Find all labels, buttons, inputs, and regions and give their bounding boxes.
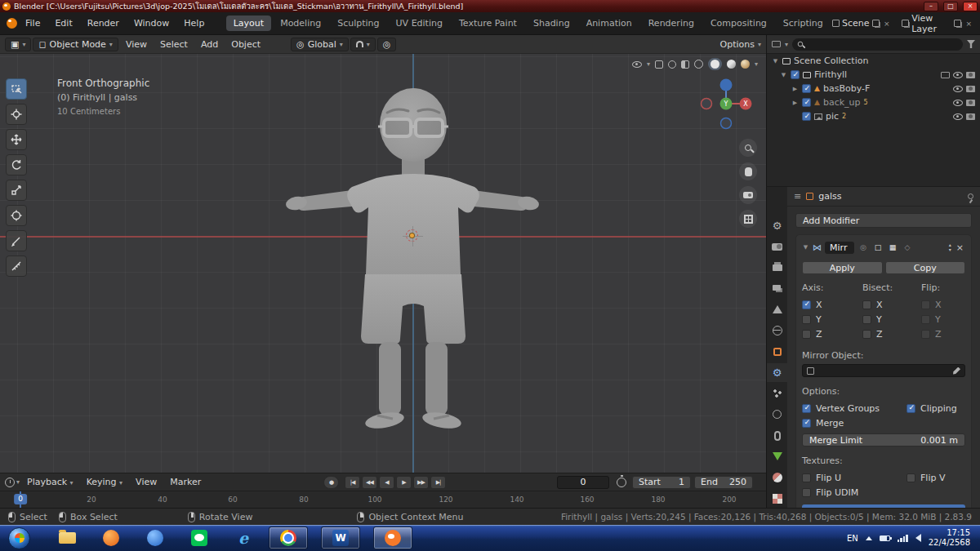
eye-icon[interactable] (953, 113, 963, 120)
auto-keying-icon[interactable] (617, 478, 626, 487)
menu-playback[interactable]: Playback ▾ (21, 475, 79, 489)
snap-toggle[interactable]: ▾ (350, 38, 376, 51)
jump-to-end-button[interactable]: ▶| (430, 476, 446, 489)
tray-expand-icon[interactable] (866, 536, 872, 540)
mode-dropdown[interactable]: ◻ Object Mode ▾ (33, 38, 118, 51)
language-indicator[interactable]: EN (847, 534, 858, 543)
network-icon[interactable] (898, 535, 908, 542)
object-checkbox[interactable] (802, 112, 811, 121)
props-tab-view-layer[interactable] (767, 279, 787, 298)
taskbar-file-explorer[interactable] (55, 527, 79, 549)
select-box-tool[interactable] (6, 78, 27, 100)
menu-render[interactable]: Render (81, 16, 126, 31)
object-checkbox[interactable] (802, 98, 811, 107)
axis-z-checkbox[interactable]: Z (802, 327, 862, 341)
frame-end-field[interactable]: End 250 (694, 476, 753, 489)
camera-render-icon[interactable] (966, 72, 975, 78)
timeline-editor-icon[interactable] (5, 478, 15, 487)
workspace-tab-shading[interactable]: Shading (526, 16, 577, 31)
jump-to-start-button[interactable]: |◀ (345, 476, 360, 489)
transform-orientation-dropdown[interactable]: ◎ Global ▾ (291, 38, 349, 51)
new-view-layer-icon[interactable] (954, 20, 961, 27)
cursor-tool[interactable] (6, 104, 27, 125)
character-model[interactable] (265, 86, 559, 437)
outliner-row-pic[interactable]: pic 2 (767, 109, 980, 123)
pin-icon[interactable] (968, 193, 973, 199)
props-tab-constraints[interactable] (767, 426, 787, 445)
toggle-editmode-icon[interactable]: ▦ (887, 242, 898, 253)
outliner-row-scene-collection[interactable]: ▼ Scene Collection (767, 54, 980, 68)
maximize-button[interactable]: □ (943, 2, 958, 11)
toggle-cage-icon[interactable]: ◇ (902, 242, 913, 253)
props-tab-material[interactable] (767, 469, 787, 487)
taskbar-word[interactable]: W (321, 527, 360, 549)
3d-viewport[interactable]: Front Orthographic (0) Firithyll | galss… (0, 54, 766, 473)
frame-start-field[interactable]: Start 1 (632, 476, 691, 489)
props-tab-physics[interactable] (767, 405, 787, 424)
shading-material-icon[interactable] (727, 60, 736, 69)
workspace-tab-layout[interactable]: Layout (226, 16, 271, 31)
remove-modifier-icon[interactable]: × (955, 242, 965, 253)
filter-icon[interactable] (967, 40, 975, 48)
camera-render-icon[interactable] (966, 113, 975, 120)
outliner-editor-icon[interactable] (772, 41, 781, 47)
add-modifier-dropdown[interactable]: Add Modifier (795, 213, 972, 228)
props-tab-tool[interactable]: ⚙ (767, 216, 787, 235)
menu-edit[interactable]: Edit (48, 16, 78, 31)
scale-tool[interactable] (6, 180, 27, 201)
camera-render-icon[interactable] (966, 100, 975, 106)
menu-view-timeline[interactable]: View (130, 475, 163, 489)
workspace-tab-texture-paint[interactable]: Texture Paint (452, 16, 524, 31)
clock[interactable]: 17:15 22/4/2568 (929, 528, 970, 548)
taskbar-internet-explorer[interactable]: e (231, 527, 256, 549)
transform-tool[interactable] (6, 205, 27, 226)
current-frame-field[interactable]: 0 (557, 476, 609, 489)
copy-button[interactable]: Copy (885, 261, 966, 274)
taskbar-chrome[interactable] (269, 527, 308, 549)
menu-view[interactable]: View (120, 38, 153, 51)
outliner-row-basboby[interactable]: ▶ ▲ basBoby-F (767, 82, 980, 96)
flip-y-checkbox[interactable]: Y (921, 312, 965, 327)
eye-icon[interactable] (953, 72, 963, 78)
props-tab-object-data[interactable] (767, 447, 787, 466)
gizmo-toggle-icon[interactable] (655, 60, 663, 69)
xray-toggle-icon[interactable] (681, 60, 689, 69)
props-tab-particles[interactable] (767, 384, 787, 403)
minimize-button[interactable]: – (924, 2, 938, 11)
flip-udim-checkbox[interactable]: Flip UDIM (802, 485, 965, 500)
workspace-tab-scripting[interactable]: Scripting (776, 16, 831, 31)
view-layer-selector[interactable]: View Layer (911, 13, 951, 34)
blender-menu-icon[interactable] (7, 18, 17, 29)
axis-y-checkbox[interactable]: Y (802, 312, 862, 327)
editor-type-dropdown[interactable]: ▣ ▾ (5, 38, 31, 51)
next-keyframe-button[interactable]: ▶▶ (413, 476, 429, 489)
scene-selector[interactable]: Scene (842, 18, 870, 29)
expand-icon[interactable]: ▼ (802, 244, 809, 251)
screen-icon[interactable] (941, 72, 950, 78)
taskbar-app-blue[interactable] (143, 527, 167, 549)
previous-keyframe-button[interactable]: ◀◀ (362, 476, 377, 489)
workspace-tab-modeling[interactable]: Modeling (273, 16, 328, 31)
flip-v-checkbox[interactable]: Flip V (906, 470, 965, 485)
delete-view-layer-icon[interactable]: × (964, 20, 973, 28)
camera-render-icon[interactable] (966, 86, 975, 92)
taskbar-app-orange[interactable] (99, 527, 123, 549)
record-button[interactable]: ● (323, 476, 339, 489)
shading-rendered-icon[interactable] (741, 60, 750, 69)
bisect-x-checkbox[interactable]: X (862, 297, 921, 312)
menu-keying[interactable]: Keying ▾ (81, 475, 128, 489)
options-dropdown[interactable]: Options (720, 39, 755, 50)
proportional-edit-toggle[interactable]: ◎ (377, 38, 397, 51)
workspace-tab-uv-editing[interactable]: UV Editing (389, 16, 450, 31)
outliner-row-backup[interactable]: ▶ ▲ back_up 5 (767, 96, 980, 109)
eye-icon[interactable] (953, 86, 963, 92)
outliner-row-firithyll[interactable]: ▼ Firithyll (767, 68, 980, 82)
move-tool[interactable] (6, 129, 27, 150)
props-tab-output[interactable] (767, 258, 787, 277)
eye-icon[interactable] (953, 100, 963, 106)
rotate-tool[interactable] (6, 154, 27, 176)
outliner-search-input[interactable] (792, 38, 963, 51)
menu-object[interactable]: Object (225, 38, 266, 51)
clipping-checkbox[interactable]: Clipping (906, 401, 965, 415)
menu-marker[interactable]: Marker (164, 475, 207, 489)
